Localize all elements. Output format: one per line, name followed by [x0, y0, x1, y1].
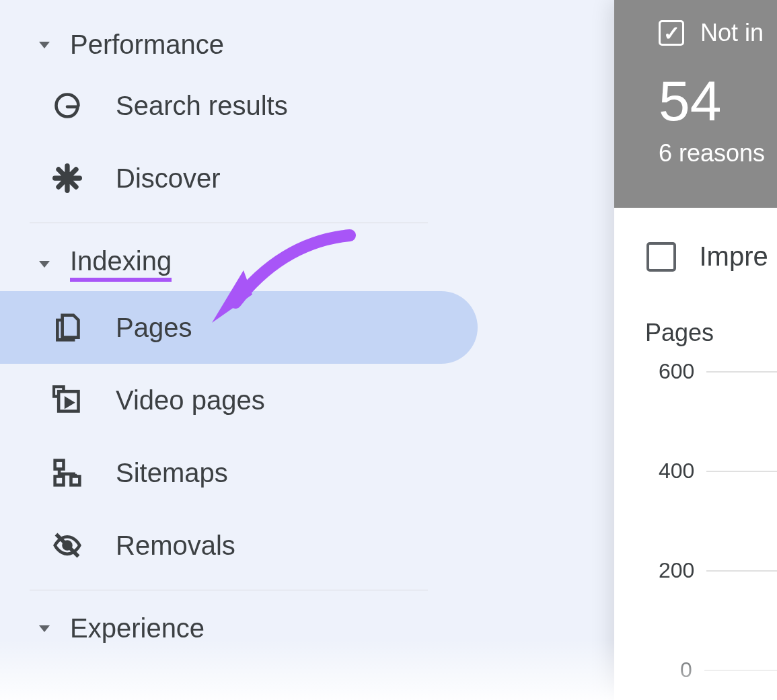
checkbox-not-indexed[interactable] [659, 20, 684, 46]
section-title: Performance [70, 30, 224, 60]
sidebar-item-video-pages[interactable]: Video pages [0, 364, 457, 436]
video-icon [51, 384, 83, 416]
checkbox-label: Impre [699, 241, 768, 271]
svg-rect-3 [55, 477, 64, 485]
sitemap-icon [51, 457, 83, 489]
sidebar-item-label: Pages [116, 313, 192, 343]
section-header-performance[interactable]: Performance [0, 20, 457, 69]
checkbox-row-impressions[interactable]: Impre [614, 208, 777, 299]
stat-subtitle: 6 reasons [659, 139, 777, 167]
chart-y-axis: 600 400 200 0 [645, 359, 777, 675]
chevron-down-icon [39, 261, 50, 268]
google-icon [51, 89, 83, 122]
sidebar-item-label: Removals [116, 531, 235, 561]
sidebar-item-sitemaps[interactable]: Sitemaps [0, 436, 457, 509]
checkbox-label: Not in [700, 19, 764, 47]
section-title: Experience [70, 613, 205, 644]
pages-chart: Pages 600 400 200 0 [614, 299, 777, 675]
pages-icon [51, 311, 83, 344]
divider [30, 590, 428, 590]
checkbox-impressions[interactable] [646, 242, 676, 272]
stat-number: 54 [659, 69, 777, 134]
sidebar-item-label: Search results [116, 91, 288, 121]
right-panel: Not in 54 6 reasons Impre Pages 600 400 … [614, 0, 777, 700]
sidebar-item-label: Discover [116, 163, 221, 194]
eye-off-icon [51, 529, 83, 561]
y-tick: 200 [659, 558, 777, 583]
section-title: Indexing [70, 246, 172, 282]
chevron-down-icon [39, 42, 50, 48]
svg-rect-2 [71, 477, 80, 485]
asterisk-icon [51, 162, 83, 194]
sidebar-item-search-results[interactable]: Search results [0, 69, 457, 142]
stat-card-not-indexed[interactable]: Not in 54 6 reasons [614, 0, 777, 208]
chevron-down-icon [39, 625, 50, 632]
y-tick: 400 [659, 459, 777, 483]
sidebar: Performance Search results Discover Inde… [0, 0, 457, 653]
divider [30, 223, 428, 223]
y-tick: 0 [680, 658, 777, 683]
chart-title: Pages [645, 319, 777, 347]
section-header-experience[interactable]: Experience [0, 604, 457, 653]
y-tick: 600 [659, 359, 777, 384]
sidebar-item-label: Sitemaps [116, 458, 228, 488]
svg-rect-1 [55, 461, 64, 469]
sidebar-item-removals[interactable]: Removals [0, 509, 457, 582]
sidebar-item-pages[interactable]: Pages [0, 291, 478, 364]
checkbox-row: Not in [659, 19, 777, 47]
sidebar-item-label: Video pages [116, 385, 265, 416]
sidebar-item-discover[interactable]: Discover [0, 142, 457, 215]
section-header-indexing[interactable]: Indexing [0, 237, 457, 291]
